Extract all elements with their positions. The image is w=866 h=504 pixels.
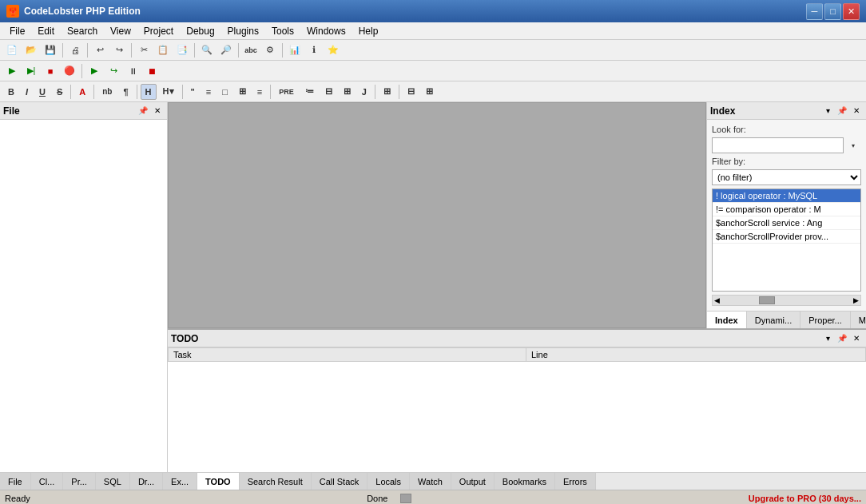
btab-todo[interactable]: TODO (197, 473, 240, 490)
format-blockquote[interactable]: " (186, 84, 200, 100)
format-list3[interactable]: ⊞ (339, 84, 356, 100)
todo-panel-pin[interactable]: ▾ (821, 332, 834, 345)
index-panel-pin[interactable]: ▾ (821, 105, 834, 117)
toolbar-new[interactable]: 📄 (3, 42, 21, 58)
format-list2[interactable]: ⊟ (320, 84, 337, 100)
format-table[interactable]: ⊞ (379, 84, 395, 100)
btab-watch[interactable]: Watch (410, 473, 451, 490)
toolbar-debug-stop2[interactable]: ⏹ (143, 63, 161, 79)
btab-locals[interactable]: Locals (367, 473, 410, 490)
btab-errors[interactable]: Errors (555, 473, 596, 490)
format-list[interactable]: ≔ (300, 84, 319, 100)
right-tab-map[interactable]: Map (851, 312, 866, 328)
btab-search-result[interactable]: Search Result (240, 473, 312, 490)
right-tab-proper[interactable]: Proper... (800, 312, 851, 328)
toolbar-run[interactable]: ▶ (3, 63, 21, 79)
close-button[interactable]: ✕ (843, 3, 860, 20)
right-tab-dynamic[interactable]: Dynami... (747, 312, 800, 328)
hscroll-left[interactable]: ◀ (714, 296, 720, 304)
btab-dr[interactable]: Dr... (130, 473, 163, 490)
menu-search[interactable]: Search (61, 24, 104, 38)
toolbar-info[interactable]: ℹ (305, 42, 323, 58)
look-for-dropdown[interactable]: ▾ (845, 137, 861, 153)
menu-view[interactable]: View (104, 24, 137, 38)
toolbar-chart[interactable]: 📊 (286, 42, 304, 58)
todo-table-area[interactable]: Task Line (168, 347, 866, 472)
menu-windows[interactable]: Windows (300, 24, 352, 38)
format-align-mid[interactable]: ⊞ (234, 84, 251, 100)
format-color[interactable]: A (74, 84, 90, 100)
format-align-right[interactable]: ≡ (252, 84, 267, 100)
upgrade-text[interactable]: Upgrade to PRO (30 days... (749, 494, 861, 503)
menu-plugins[interactable]: Plugins (221, 24, 265, 38)
format-strike[interactable]: S (52, 84, 67, 100)
toolbar-stop[interactable]: ■ (42, 63, 59, 79)
format-extra1[interactable]: ⊟ (403, 84, 419, 100)
file-panel-pin[interactable]: 📌 (137, 105, 149, 117)
todo-panel-float[interactable]: 📌 (836, 332, 848, 345)
hscroll-thumb[interactable] (759, 296, 775, 304)
format-j[interactable]: J (357, 84, 371, 100)
btab-output[interactable]: Output (451, 473, 495, 490)
toolbar-paste[interactable]: 📑 (173, 42, 191, 58)
format-heading[interactable]: H (141, 84, 157, 100)
format-box[interactable]: □ (217, 84, 232, 100)
minimize-button[interactable]: ─ (806, 3, 823, 20)
index-item-0[interactable]: ! logical operator : MySQL (713, 189, 860, 203)
menu-edit[interactable]: Edit (31, 24, 61, 38)
index-list[interactable]: ! logical operator : MySQL != comparison… (712, 189, 861, 292)
format-underline[interactable]: U (34, 84, 50, 100)
btab-file[interactable]: File (0, 473, 31, 490)
index-hscrollbar[interactable]: ◀ ▶ (712, 295, 861, 306)
menu-project[interactable]: Project (137, 24, 180, 38)
format-pre[interactable]: PRE (274, 84, 299, 100)
format-bold[interactable]: B (3, 84, 19, 100)
btab-sql[interactable]: SQL (96, 473, 130, 490)
index-item-1[interactable]: != comparison operator : M (713, 203, 860, 216)
toolbar-print[interactable]: 🖨 (66, 42, 84, 58)
menu-tools[interactable]: Tools (265, 24, 300, 38)
format-extra2[interactable]: ⊞ (421, 84, 438, 100)
toolbar-save[interactable]: 💾 (42, 42, 59, 58)
hscroll-right[interactable]: ▶ (853, 296, 859, 304)
index-item-2[interactable]: $anchorScroll service : Ang (713, 216, 860, 230)
index-panel-float[interactable]: 📌 (836, 105, 848, 117)
toolbar-copy[interactable]: 📋 (154, 42, 172, 58)
look-for-input[interactable] (712, 137, 844, 153)
toolbar-debug-run[interactable]: ▶ (85, 63, 103, 79)
toolbar-run-step[interactable]: ▶| (22, 63, 40, 79)
menu-debug[interactable]: Debug (180, 24, 220, 38)
toolbar-redo[interactable]: ↪ (110, 42, 128, 58)
format-h1[interactable]: H▾ (158, 84, 179, 100)
editor-area[interactable] (168, 102, 706, 328)
toolbar-spell[interactable]: abc (242, 42, 260, 58)
index-panel-close[interactable]: ✕ (850, 105, 863, 117)
toolbar-settings[interactable]: ⚙ (261, 42, 279, 58)
menu-file[interactable]: File (3, 24, 31, 38)
toolbar-replace[interactable]: 🔎 (217, 42, 235, 58)
toolbar-breakpoint[interactable]: 🔴 (61, 63, 78, 79)
file-panel-close[interactable]: ✕ (151, 105, 164, 117)
btab-bookmarks[interactable]: Bookmarks (495, 473, 555, 490)
btab-call-stack[interactable]: Call Stack (312, 473, 368, 490)
btab-pr[interactable]: Pr... (63, 473, 96, 490)
toolbar-debug-pause[interactable]: ⏸ (124, 63, 141, 79)
todo-panel-close[interactable]: ✕ (850, 332, 863, 345)
toolbar-undo[interactable]: ↩ (91, 42, 109, 58)
toolbar-cut[interactable]: ✂ (135, 42, 153, 58)
toolbar-star[interactable]: ⭐ (324, 42, 342, 58)
toolbar-find[interactable]: 🔍 (198, 42, 216, 58)
format-italic[interactable]: I (21, 84, 33, 100)
menu-help[interactable]: Help (352, 24, 385, 38)
btab-cl[interactable]: Cl... (31, 473, 64, 490)
right-tab-index[interactable]: Index (707, 312, 747, 328)
format-indent[interactable]: ¶ (118, 84, 133, 100)
format-align-left[interactable]: ≡ (201, 84, 216, 100)
toolbar-debug-step[interactable]: ↪ (105, 63, 122, 79)
toolbar-open[interactable]: 📂 (22, 42, 40, 58)
format-nb[interactable]: nb (97, 84, 117, 100)
index-item-3[interactable]: $anchorScrollProvider prov... (713, 230, 860, 244)
status-scroll-btn[interactable] (400, 494, 411, 503)
filter-by-select[interactable]: (no filter) (712, 169, 861, 185)
maximize-button[interactable]: □ (824, 3, 841, 20)
